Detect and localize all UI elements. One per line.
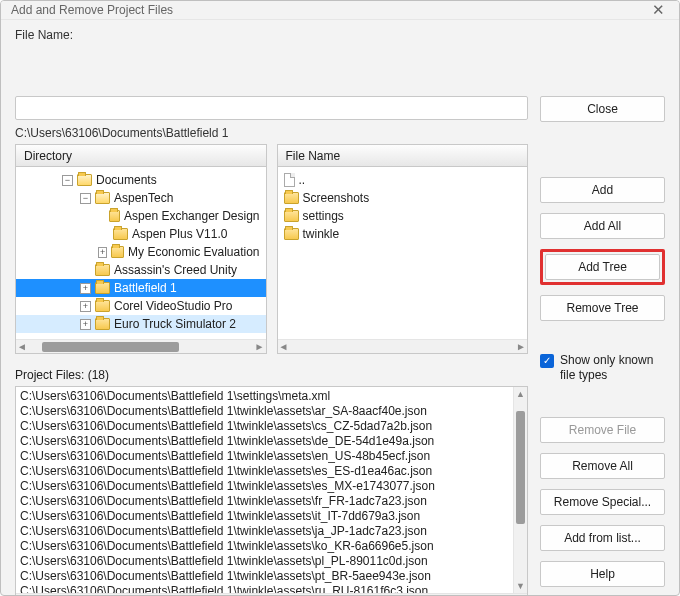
add-from-list-button[interactable]: Add from list... [540, 525, 665, 551]
filename-input[interactable] [15, 96, 528, 120]
filename-label: File Name: [15, 28, 73, 42]
project-files-vscroll[interactable]: ▲ ▼ [513, 387, 527, 593]
file-item-label: twinkle [303, 227, 340, 241]
add-all-button[interactable]: Add All [540, 213, 665, 239]
file-item-label: settings [303, 209, 344, 223]
remove-tree-button[interactable]: Remove Tree [540, 295, 665, 321]
directory-header: Directory [16, 145, 266, 167]
project-file-item[interactable]: C:\Users\63106\Documents\Battlefield 1\t… [20, 464, 509, 479]
filelist-header: File Name [278, 145, 528, 167]
folder-icon [77, 174, 92, 186]
checkmark-icon: ✓ [540, 354, 554, 368]
tree-item-label: Aspen Exchanger Design [124, 209, 259, 223]
project-file-item[interactable]: C:\Users\63106\Documents\Battlefield 1\t… [20, 554, 509, 569]
add-tree-highlight: Add Tree [540, 249, 665, 285]
window-title: Add and Remove Project Files [11, 3, 173, 17]
directory-panel: Directory −Documents−AspenTechAspen Exch… [15, 144, 267, 354]
show-known-filetypes-checkbox[interactable]: ✓ Show only known file types [540, 353, 665, 383]
directory-tree[interactable]: −Documents−AspenTechAspen Exchanger Desi… [16, 167, 266, 339]
remove-all-button[interactable]: Remove All [540, 453, 665, 479]
file-item[interactable]: twinkle [278, 225, 528, 243]
tree-item[interactable]: +Euro Truck Simulator 2 [16, 315, 266, 333]
collapse-icon[interactable]: − [62, 175, 73, 186]
tree-item-label: Battlefield 1 [114, 281, 177, 295]
titlebar: Add and Remove Project Files ✕ [1, 1, 679, 20]
expand-icon[interactable]: + [98, 247, 107, 258]
project-file-item[interactable]: C:\Users\63106\Documents\Battlefield 1\t… [20, 449, 509, 464]
folder-icon [284, 192, 299, 204]
expand-icon[interactable]: + [80, 319, 91, 330]
tree-item-label: My Economic Evaluation [128, 245, 259, 259]
project-file-item[interactable]: C:\Users\63106\Documents\Battlefield 1\t… [20, 524, 509, 539]
folder-icon [111, 246, 124, 258]
tree-item[interactable]: +My Economic Evaluation [16, 243, 266, 261]
file-item-label: .. [299, 173, 306, 187]
expand-icon[interactable]: + [80, 283, 91, 294]
close-icon[interactable]: ✕ [647, 1, 669, 19]
file-item[interactable]: .. [278, 171, 528, 189]
project-files-label: Project Files: (18) [15, 368, 528, 382]
folder-icon [95, 318, 110, 330]
project-file-item[interactable]: C:\Users\63106\Documents\Battlefield 1\t… [20, 479, 509, 494]
file-item[interactable]: settings [278, 207, 528, 225]
folder-icon [284, 228, 299, 240]
project-file-item[interactable]: C:\Users\63106\Documents\Battlefield 1\t… [20, 569, 509, 584]
tree-item[interactable]: Aspen Exchanger Design [16, 207, 266, 225]
expand-icon[interactable]: + [80, 301, 91, 312]
tree-item[interactable]: +Corel VideoStudio Pro [16, 297, 266, 315]
file-item-label: Screenshots [303, 191, 370, 205]
folder-icon [113, 228, 128, 240]
project-file-item[interactable]: C:\Users\63106\Documents\Battlefield 1\t… [20, 494, 509, 509]
remove-special-button[interactable]: Remove Special... [540, 489, 665, 515]
checkbox-label: Show only known file types [560, 353, 665, 383]
help-button[interactable]: Help [540, 561, 665, 587]
file-item[interactable]: Screenshots [278, 189, 528, 207]
project-file-item[interactable]: C:\Users\63106\Documents\Battlefield 1\t… [20, 434, 509, 449]
project-file-item[interactable]: C:\Users\63106\Documents\Battlefield 1\t… [20, 539, 509, 554]
project-file-item[interactable]: C:\Users\63106\Documents\Battlefield 1\s… [20, 389, 509, 404]
folder-icon [95, 264, 110, 276]
tree-item-label: Corel VideoStudio Pro [114, 299, 233, 313]
folder-icon [95, 282, 110, 294]
file-list[interactable]: ..Screenshotssettingstwinkle [278, 167, 528, 339]
remove-file-button[interactable]: Remove File [540, 417, 665, 443]
tree-item-label: Assassin's Creed Unity [114, 263, 237, 277]
filelist-hscroll[interactable]: ◄ ► [278, 339, 528, 353]
folder-icon [95, 192, 110, 204]
current-path: C:\Users\63106\Documents\Battlefield 1 [15, 126, 528, 140]
project-file-item[interactable]: C:\Users\63106\Documents\Battlefield 1\t… [20, 584, 509, 593]
dialog-window: Add and Remove Project Files ✕ File Name… [0, 0, 680, 596]
project-files-list[interactable]: C:\Users\63106\Documents\Battlefield 1\s… [16, 387, 513, 593]
tree-item-label: AspenTech [114, 191, 173, 205]
close-button[interactable]: Close [540, 96, 665, 122]
tree-item[interactable]: Aspen Plus V11.0 [16, 225, 266, 243]
tree-item-label: Aspen Plus V11.0 [132, 227, 227, 241]
add-button[interactable]: Add [540, 177, 665, 203]
project-file-item[interactable]: C:\Users\63106\Documents\Battlefield 1\t… [20, 419, 509, 434]
folder-icon [95, 300, 110, 312]
project-file-item[interactable]: C:\Users\63106\Documents\Battlefield 1\t… [20, 509, 509, 524]
folder-icon [284, 210, 299, 222]
tree-item-label: Documents [96, 173, 157, 187]
filename-label-row: File Name: [15, 28, 665, 42]
collapse-icon[interactable]: − [80, 193, 91, 204]
folder-icon [109, 210, 120, 222]
directory-hscroll[interactable]: ◄ ► [16, 339, 266, 353]
tree-item[interactable]: Assassin's Creed Unity [16, 261, 266, 279]
tree-item[interactable]: +Battlefield 1 [16, 279, 266, 297]
add-tree-button[interactable]: Add Tree [545, 254, 660, 280]
project-files-panel: C:\Users\63106\Documents\Battlefield 1\s… [15, 386, 528, 596]
document-icon [284, 173, 295, 187]
tree-item-label: Euro Truck Simulator 2 [114, 317, 236, 331]
tree-item[interactable]: −Documents [16, 171, 266, 189]
project-file-item[interactable]: C:\Users\63106\Documents\Battlefield 1\t… [20, 404, 509, 419]
filelist-panel: File Name ..Screenshotssettingstwinkle ◄… [277, 144, 529, 354]
tree-item[interactable]: −AspenTech [16, 189, 266, 207]
